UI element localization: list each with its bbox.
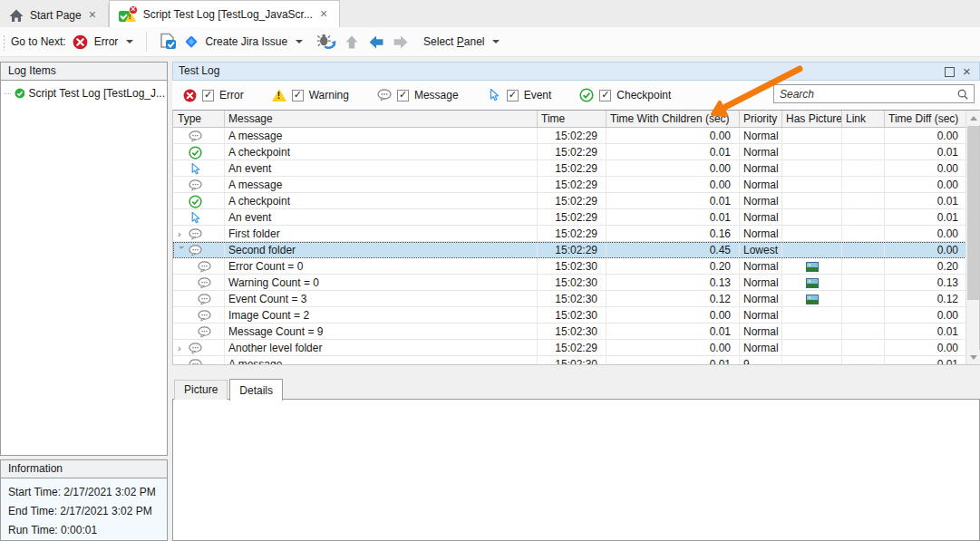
chevron-down-icon[interactable] xyxy=(492,40,500,43)
table-row[interactable]: Warning Count = 0 15:02:30 0.13 Normal 0… xyxy=(173,275,966,291)
scroll-up-icon[interactable] xyxy=(966,111,980,125)
go-to-next-error-button[interactable]: Error xyxy=(94,35,119,48)
table-row[interactable]: An event 15:02:29 0.00 Normal 0.00 xyxy=(173,160,966,177)
scrollbar-thumb[interactable] xyxy=(967,126,979,300)
table-row[interactable]: A message 15:02:29 0.00 Normal 0.00 xyxy=(173,128,966,144)
search-icon[interactable] xyxy=(956,88,969,101)
search-box xyxy=(773,84,975,103)
expander-icon[interactable]: › xyxy=(178,342,187,354)
link-cell xyxy=(842,177,885,192)
select-panel-button[interactable]: Select Panel xyxy=(423,35,484,48)
maximize-icon[interactable] xyxy=(943,65,956,78)
expander-icon[interactable]: › xyxy=(178,227,187,240)
message-cell: Error Count = 0 xyxy=(225,258,538,274)
tab-start-page[interactable]: Start Page xyxy=(0,4,109,27)
tab-picture[interactable]: Picture xyxy=(174,380,228,400)
table-row[interactable]: Image Count = 2 15:02:30 0.00 Normal 0.0… xyxy=(173,307,966,324)
time-with-children-cell: 0.00 xyxy=(606,160,740,176)
type-cell xyxy=(173,356,225,364)
vertical-scrollbar[interactable] xyxy=(965,111,979,364)
back-arrow-icon[interactable] xyxy=(367,34,385,50)
up-arrow-icon[interactable] xyxy=(343,34,361,50)
table-row[interactable]: › First folder 15:02:29 0.16 Normal 0.00 xyxy=(173,226,966,242)
run-to-bug-icon[interactable] xyxy=(316,33,336,51)
forward-arrow-icon[interactable] xyxy=(392,34,410,50)
table-row[interactable]: A message 15:02:29 0.00 Normal 0.00 xyxy=(173,177,966,193)
filter-label: Event xyxy=(524,89,552,101)
type-cell xyxy=(173,307,225,323)
information-title: Information xyxy=(8,462,63,475)
table-row[interactable]: Error Count = 0 15:02:30 0.20 Normal 0.2… xyxy=(173,258,966,275)
post-summary-icon[interactable] xyxy=(158,33,178,51)
message-icon xyxy=(198,260,211,274)
chevron-down-icon[interactable] xyxy=(296,40,303,43)
column-header-time-diff[interactable]: Time Diff (sec) xyxy=(885,111,966,127)
time-diff-cell: 0.20 xyxy=(885,258,966,274)
time-diff-cell: 0.13 xyxy=(885,275,966,290)
link-cell xyxy=(842,193,885,208)
table-body: A message 15:02:29 0.00 Normal 0.00 A ch… xyxy=(173,128,966,364)
toolbar-grip[interactable] xyxy=(3,34,5,51)
message-filter-checkbox[interactable] xyxy=(397,90,409,101)
type-cell xyxy=(173,258,225,274)
filter-checkpoint: Checkpoint xyxy=(579,88,671,102)
search-input[interactable] xyxy=(774,88,956,101)
table-row[interactable]: A message 15:02:30 0.01 9 0.01 xyxy=(173,356,966,364)
message-icon xyxy=(189,358,202,365)
table-row[interactable]: › Second folder 15:02:29 0.45 Lowest 0.0… xyxy=(173,242,966,258)
column-header-priority[interactable]: Priority xyxy=(740,111,782,127)
expander-icon[interactable]: › xyxy=(176,246,189,255)
chevron-down-icon[interactable] xyxy=(126,40,133,43)
checkpoint-filter-checkbox[interactable] xyxy=(599,90,611,101)
time-cell: 15:02:29 xyxy=(538,160,606,176)
time-with-children-cell: 0.00 xyxy=(606,307,740,323)
type-cell xyxy=(173,177,225,192)
document-tab-bar: Start Page Script Test Log [TestLog_Java… xyxy=(0,0,980,27)
scroll-down-icon[interactable] xyxy=(966,350,980,364)
filter-message: Message xyxy=(377,88,459,102)
has-picture-cell xyxy=(782,128,842,143)
picture-icon xyxy=(806,295,819,304)
end-time: End Time: 2/17/2021 3:02 PM xyxy=(8,502,167,521)
tab-script-test-log[interactable]: Script Test Log [TestLog_JavaScr... xyxy=(109,0,340,27)
column-header-time-with-children[interactable]: Time With Children (sec) xyxy=(606,111,740,127)
time-with-children-cell: 0.00 xyxy=(606,128,740,143)
details-panel[interactable] xyxy=(172,399,980,541)
error-icon xyxy=(73,34,88,50)
time-cell: 15:02:29 xyxy=(538,177,606,192)
error-filter-checkbox[interactable] xyxy=(202,90,214,101)
table-row[interactable]: A checkpoint 15:02:29 0.01 Normal 0.01 xyxy=(173,193,966,209)
close-icon[interactable] xyxy=(88,10,99,21)
close-icon[interactable] xyxy=(319,9,330,20)
close-icon[interactable] xyxy=(961,65,974,78)
column-header-link[interactable]: Link xyxy=(842,111,885,127)
tree-item-script-test-log[interactable]: Script Test Log [TestLog_J... xyxy=(1,81,167,101)
error-icon xyxy=(183,89,197,102)
message-cell: Second folder xyxy=(225,242,538,257)
table-row[interactable]: Event Count = 3 15:02:30 0.12 Normal 0.1… xyxy=(173,291,966,307)
toolbar-separator xyxy=(146,32,147,52)
time-diff-cell: 0.00 xyxy=(885,177,966,192)
table-row[interactable]: Message Count = 9 15:02:30 0.01 Normal 0… xyxy=(173,324,966,340)
column-header-type[interactable]: Type xyxy=(173,111,225,127)
table-row[interactable]: › Another level folder 15:02:29 0.00 Nor… xyxy=(173,340,966,356)
event-filter-checkbox[interactable] xyxy=(507,90,519,101)
has-picture-cell xyxy=(782,209,842,225)
has-picture-cell xyxy=(782,242,842,257)
table-row[interactable]: A checkpoint 15:02:29 0.01 Normal 0.01 xyxy=(173,144,966,160)
column-header-message[interactable]: Message xyxy=(225,111,538,127)
link-cell xyxy=(842,258,885,274)
link-cell xyxy=(842,340,885,355)
column-header-time[interactable]: Time xyxy=(538,111,606,127)
time-cell: 15:02:29 xyxy=(538,226,606,241)
column-header-has-picture[interactable]: Has Picture xyxy=(782,111,842,127)
tab-details[interactable]: Details xyxy=(229,379,283,401)
has-picture-cell xyxy=(782,226,842,241)
jira-icon xyxy=(184,34,199,49)
warning-icon xyxy=(272,89,286,101)
create-jira-issue-button[interactable]: Create Jira Issue xyxy=(205,35,287,48)
table-row[interactable]: An event 15:02:29 0.01 Normal 0.01 xyxy=(173,209,966,226)
warning-filter-checkbox[interactable] xyxy=(292,90,304,101)
message-icon xyxy=(189,244,202,257)
link-cell xyxy=(842,209,885,225)
